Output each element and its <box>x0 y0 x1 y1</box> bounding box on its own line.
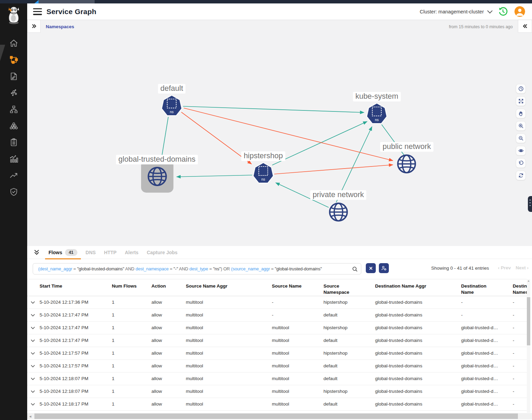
sidebar-item-threat-defense[interactable] <box>0 184 27 200</box>
time-settings-button[interactable] <box>516 84 526 94</box>
column-header[interactable]: Destination Name <box>461 279 513 296</box>
row-expander[interactable] <box>31 360 40 372</box>
page-title: Service Graph <box>46 8 96 16</box>
graph-node-hipstershop[interactable]: ns <box>252 162 274 187</box>
refresh-button[interactable] <box>516 171 526 180</box>
row-expander[interactable] <box>31 373 40 385</box>
horizontal-scroll-thumb[interactable] <box>34 413 518 419</box>
sidebar-item-service-graph[interactable] <box>0 52 27 68</box>
row-expander[interactable] <box>31 322 40 334</box>
sidebar-item-clusters[interactable] <box>0 118 27 134</box>
column-header[interactable]: Destination Namespace <box>513 279 527 296</box>
globe-icon <box>147 166 168 187</box>
table-cell: 1 <box>112 322 151 334</box>
scroll-left-arrow[interactable]: ◄ <box>29 414 32 418</box>
right-panel-handle[interactable] <box>528 196 532 212</box>
tab-alerts[interactable]: Alerts <box>121 246 143 259</box>
table-cell: 5-10-2024 12:17:47 PM <box>40 309 112 321</box>
column-header[interactable]: Num Flows <box>112 279 151 296</box>
table-cell: allow <box>151 347 186 359</box>
tab-http[interactable]: HTTP <box>100 246 121 259</box>
table-cell: multitool <box>186 398 272 410</box>
globe-icon <box>328 202 349 223</box>
table-vertical-scrollbar[interactable]: ▲ <box>527 279 530 413</box>
graph-canvas[interactable]: ns ns ns <box>27 34 532 246</box>
fit-screen-button[interactable] <box>516 96 526 106</box>
table-cell: - <box>513 398 527 410</box>
filter-token: AND <box>178 266 189 271</box>
edge-default-gtd <box>161 117 168 159</box>
table-cell: global-trusted-domains <box>375 309 461 321</box>
column-header[interactable]: Action <box>151 279 186 296</box>
row-expander[interactable] <box>31 385 40 398</box>
user-avatar[interactable] <box>514 6 525 17</box>
table-cell: allow <box>151 373 186 385</box>
double-chevron-right-icon <box>31 23 37 29</box>
column-header[interactable]: Destination Name Aggr <box>375 279 461 296</box>
next-page-button[interactable]: Next › <box>516 265 529 270</box>
graph-node-kube-system[interactable]: ns <box>366 103 388 127</box>
zoom-out-button[interactable] <box>516 133 526 143</box>
visibility-button[interactable] <box>516 146 526 155</box>
clear-filter-button[interactable]: ✕ <box>366 263 376 273</box>
row-expander[interactable] <box>31 347 40 359</box>
row-expander[interactable] <box>31 398 40 410</box>
sidebar-item-compliance[interactable] <box>0 134 27 151</box>
pager: ‹ Prev Next › <box>498 265 529 270</box>
menu-button[interactable] <box>33 8 42 15</box>
filter-query-input[interactable]: (dest_name_aggr = "global-trusted-domain… <box>33 263 361 274</box>
column-header[interactable]: Source Namespace <box>323 279 375 296</box>
graph-node-default[interactable]: ns <box>161 95 183 119</box>
collapse-right-panel-button[interactable] <box>518 20 532 33</box>
clock-icon <box>518 86 524 91</box>
zoom-in-button[interactable] <box>516 121 526 131</box>
expand-left-panel-button[interactable] <box>27 20 41 33</box>
sidebar-item-policies[interactable] <box>0 68 27 85</box>
table-cell: allow <box>151 322 186 334</box>
column-header[interactable]: Source Name Aggr <box>186 279 272 296</box>
graph-node-private-network[interactable] <box>328 202 349 224</box>
graph-node-global-trusted-domains[interactable] <box>141 160 173 193</box>
row-expander[interactable] <box>31 296 40 309</box>
cluster-selector[interactable]: Cluster: management-cluster <box>420 9 491 14</box>
undo-button[interactable] <box>516 158 526 168</box>
sidebar-item-networks[interactable] <box>0 101 27 118</box>
sidebar-item-home[interactable] <box>0 35 27 52</box>
history-button[interactable] <box>497 6 508 17</box>
tab-dns[interactable]: DNS <box>82 246 100 259</box>
namespace-heptagon-icon: ns <box>252 162 274 185</box>
sidebar-item-timelines[interactable] <box>0 167 27 184</box>
table-cell: global-trusted-d… <box>461 347 513 359</box>
node-label-global-trusted-domains: global-trusted-domains <box>116 155 198 164</box>
pan-button[interactable] <box>516 109 526 118</box>
trend-arrow-icon <box>9 171 18 180</box>
flows-table-header: Start TimeNum FlowsActionSource Name Agg… <box>27 279 527 296</box>
table-cell: multitool <box>186 334 272 347</box>
table-cell: 1 <box>112 296 151 309</box>
edge-hipstershop-gtd <box>177 175 252 177</box>
column-header[interactable]: Start Time <box>40 279 112 296</box>
tab-flows[interactable]: Flows 41 <box>44 246 82 259</box>
table-cell: global-trusted-domains <box>375 322 461 334</box>
graph-node-public-network[interactable] <box>396 153 417 176</box>
node-label-private-network: private network <box>310 190 366 200</box>
vertical-scroll-thumb[interactable] <box>527 297 530 345</box>
tab-label: Alerts <box>125 250 139 255</box>
row-expander[interactable] <box>31 334 40 347</box>
filter-settings-button[interactable] <box>379 263 389 273</box>
column-header[interactable]: Source Name <box>272 279 323 296</box>
edge-default-kube-system <box>183 106 364 112</box>
scroll-up-arrow[interactable]: ▲ <box>527 279 530 283</box>
sidebar-item-flow-visualizations[interactable] <box>0 85 27 101</box>
sidebar-item-dashboards[interactable] <box>0 151 27 167</box>
prev-page-button[interactable]: ‹ Prev <box>498 265 511 270</box>
table-cell: multitool <box>272 373 323 385</box>
table-horizontal-scrollbar[interactable]: ◄ <box>27 413 532 419</box>
tab-capture-jobs[interactable]: Capture Jobs <box>142 246 181 259</box>
clipboard-icon <box>9 138 18 147</box>
row-expander[interactable] <box>31 309 40 321</box>
collapse-panel-button[interactable] <box>33 249 40 256</box>
breadcrumb-namespaces[interactable]: Namespaces <box>46 24 74 29</box>
next-label: Next <box>516 265 526 270</box>
table-cell: 5-10-2024 12:18:17 PM <box>40 398 112 410</box>
